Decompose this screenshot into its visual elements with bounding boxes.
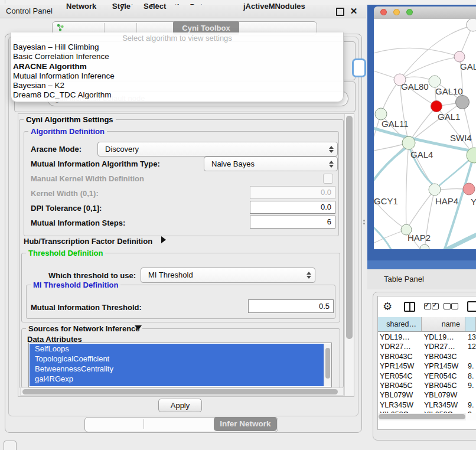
aracne-mode-combo[interactable]: Discovery — [97, 142, 338, 156]
node[interactable] — [420, 244, 429, 249]
table-row[interactable]: YDR27… YDR27… 12 — [378, 342, 476, 351]
list-scrollbar-thumb[interactable] — [325, 348, 330, 379]
popup-item[interactable]: Bayesian – Hill Climbing — [13, 43, 341, 52]
tab-select[interactable]: Select — [144, 0, 166, 13]
expand-right-icon[interactable] — [161, 236, 166, 243]
popup-item[interactable]: Basic Correlation Inference — [13, 52, 341, 61]
table-row[interactable]: YPR145W YPR145W 9. — [378, 361, 476, 371]
cell: 12 — [468, 342, 476, 351]
close-icon[interactable] — [348, 5, 359, 18]
column-header-name[interactable]: name — [422, 317, 465, 332]
table-hscrollbar[interactable] — [378, 413, 476, 420]
gear-icon[interactable]: ⚙ — [383, 301, 392, 312]
table-row[interactable]: YER054C YER054C 8. — [378, 371, 476, 381]
node-label: Y — [471, 197, 476, 207]
column-header-shared-name[interactable]: shared… — [378, 317, 422, 332]
table-row[interactable]: YBL079W YBL079W — [378, 390, 476, 400]
table-hscrollbar-thumb[interactable] — [379, 414, 465, 419]
mi-threshold-input[interactable]: 0.5 — [248, 299, 334, 313]
select-all-checkbox-icon[interactable] — [424, 303, 431, 309]
cell: 9. — [468, 361, 474, 371]
list-scrollbar[interactable] — [324, 344, 331, 386]
tab-style[interactable]: Style — [112, 0, 131, 13]
manual-kernel-width-checkbox[interactable] — [323, 174, 333, 184]
node-label: GAL1 — [438, 112, 460, 122]
settings-hscrollbar[interactable] — [20, 387, 344, 396]
node-label: GAL11 — [382, 119, 409, 129]
table-body[interactable]: YDL19… YDL19… 13 YDR27… YDR27… 12 YBR043… — [378, 332, 476, 413]
minimize-traffic-light-icon[interactable] — [393, 9, 400, 15]
popup-item[interactable]: Mutual Information Inference — [13, 71, 341, 81]
data-attributes-list[interactable]: SelfLoops TopologicalCoefficient Between… — [28, 343, 332, 387]
panel-resize-handle[interactable] — [363, 220, 365, 221]
popup-item[interactable]: Dream8 DC_TDC Algorithm — [13, 90, 341, 100]
list-item[interactable]: BetweennessCentrality — [30, 364, 324, 374]
deselect-all-checkbox-icon[interactable] — [451, 303, 458, 309]
screen: Control Panel Network Style Select Cyni … — [0, 0, 476, 450]
node-salmon[interactable] — [463, 183, 475, 195]
node-gal10[interactable] — [429, 76, 441, 87]
apply-button[interactable]: Apply — [158, 399, 202, 412]
popup-item[interactable]: Bayesian – K2 — [13, 81, 341, 90]
close-traffic-light-icon[interactable] — [380, 9, 387, 15]
panel-resize-handle[interactable] — [363, 223, 365, 224]
kernel-width-input[interactable]: 0.0 — [250, 186, 335, 199]
cell: 13 — [468, 332, 476, 342]
node-gal4[interactable] — [402, 136, 415, 149]
list-selection: SelfLoops TopologicalCoefficient Between… — [30, 344, 324, 386]
dpi-tolerance-input[interactable]: 0.0 — [250, 201, 335, 214]
node-label: GAL4 — [410, 149, 433, 159]
network-node-labels: GAL7 GAL80 GAL10 GAL1 SWI4 GAL11 GAL4 GC… — [374, 61, 476, 243]
which-threshold-combo[interactable]: MI Threshold — [141, 268, 315, 283]
float-window-icon[interactable] — [336, 8, 344, 16]
network-tab-icon — [57, 24, 64, 31]
combo-spinner-icon — [306, 272, 311, 279]
settings-hscrollbar-thumb[interactable] — [22, 389, 338, 394]
network-window-titlebar[interactable] — [374, 6, 476, 19]
deselect-all-checkbox-icon[interactable] — [444, 303, 451, 309]
cell: YDR27… — [380, 342, 411, 351]
split-columns-icon[interactable] — [404, 302, 415, 312]
collapsed-panel-button[interactable] — [4, 441, 17, 450]
table-row[interactable]: YLR345W YLR345W 9. — [378, 400, 476, 410]
cell: YDR27… — [424, 342, 455, 351]
node-hap4[interactable] — [429, 184, 441, 195]
mi-algorithm-type-combo[interactable]: Naive Bayes — [204, 156, 338, 171]
tab-network[interactable]: Network — [66, 0, 96, 13]
tab-infer-network[interactable]: Infer Network — [214, 417, 277, 431]
list-item[interactable]: TopologicalCoefficient — [30, 354, 324, 364]
aracne-mode-label: Aracne Mode: — [31, 145, 81, 154]
list-item[interactable]: gal4RGexp — [30, 374, 324, 384]
zoom-traffic-light-icon[interactable] — [406, 9, 413, 15]
focused-combo-edge[interactable] — [352, 58, 366, 77]
node-gal11[interactable] — [375, 108, 387, 120]
settings-vscrollbar[interactable] — [344, 114, 354, 396]
algorithm-definition-title: Algorithm Definition — [28, 128, 107, 135]
tab-jactivemnodules[interactable]: jActiveMNodules — [243, 0, 305, 13]
cell: YBR043C — [380, 352, 413, 361]
node-gray[interactable] — [456, 96, 470, 109]
cell: YBR045C — [424, 381, 457, 390]
cell: YDL19… — [424, 332, 454, 342]
cell: YER054C — [424, 371, 457, 381]
table-panel-title: Table Panel — [384, 269, 424, 289]
network-view[interactable]: GAL7 GAL80 GAL10 GAL1 SWI4 GAL11 GAL4 GC… — [374, 19, 476, 249]
list-item[interactable]: SelfLoops — [30, 344, 324, 354]
cell: YBL079W — [424, 390, 457, 400]
popup-item-selected[interactable]: ARACNE Algorithm — [13, 62, 341, 71]
table-row[interactable]: YBR043C YBR043C — [378, 352, 476, 361]
mi-steps-input[interactable]: 6 — [250, 216, 335, 229]
node-gal7[interactable] — [454, 51, 465, 62]
cell: YDL19… — [380, 332, 410, 342]
node-gal1[interactable] — [431, 101, 442, 112]
table-function-icon[interactable] — [467, 301, 476, 312]
column-header-clipped[interactable] — [465, 317, 476, 332]
settings-vscrollbar-thumb[interactable] — [346, 116, 353, 339]
table-row[interactable]: YBR045C YBR045C 9. — [378, 381, 476, 390]
node[interactable] — [467, 19, 476, 31]
table-row[interactable]: YDL19… YDL19… 13 — [378, 332, 476, 342]
cell: YBL079W — [380, 390, 413, 400]
select-all-checkbox-icon[interactable] — [432, 303, 439, 309]
node-label: HAP4 — [435, 196, 458, 206]
collapse-down-icon[interactable] — [135, 325, 142, 330]
